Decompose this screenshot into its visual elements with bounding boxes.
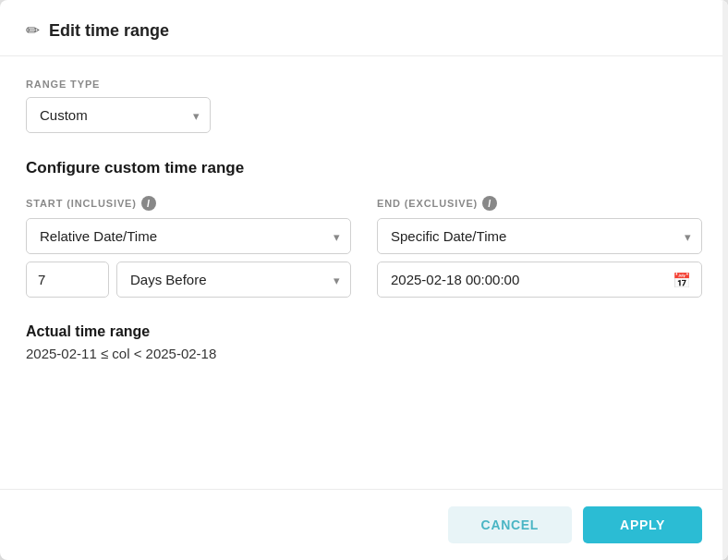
start-sub-row: Days Before Days After Hours Before Hour… (26, 262, 351, 298)
modal-header: ✏ Edit time range (0, 0, 728, 56)
range-type-select[interactable]: Custom Absolute Relative (26, 97, 211, 133)
end-type-select[interactable]: Specific Date/Time Relative Date/Time Cu… (377, 218, 702, 254)
range-type-section: RANGE TYPE Custom Absolute Relative ▾ (26, 79, 702, 133)
scrollbar[interactable] (722, 0, 728, 560)
range-type-select-wrapper: Custom Absolute Relative ▾ (26, 97, 211, 133)
start-type-select-wrapper: Relative Date/Time Specific Date/Time Cu… (26, 218, 351, 254)
start-type-select[interactable]: Relative Date/Time Specific Date/Time Cu… (26, 218, 351, 254)
days-select[interactable]: Days Before Days After Hours Before Hour… (116, 262, 351, 298)
range-type-label: RANGE TYPE (26, 79, 702, 90)
actual-time-section: Actual time range 2025-02-11 ≤ col < 202… (26, 323, 702, 361)
days-select-wrapper: Days Before Days After Hours Before Hour… (116, 262, 351, 298)
time-inputs-row: START (INCLUSIVE) i Relative Date/Time S… (26, 196, 702, 298)
end-label: END (EXCLUSIVE) i (377, 196, 702, 211)
start-label: START (INCLUSIVE) i (26, 196, 351, 211)
modal-footer: CANCEL APPLY (0, 489, 728, 560)
actual-time-title: Actual time range (26, 323, 702, 340)
end-info-icon[interactable]: i (482, 196, 497, 211)
datetime-input[interactable] (377, 262, 702, 298)
configure-section-title: Configure custom time range (26, 159, 702, 177)
end-type-select-wrapper: Specific Date/Time Relative Date/Time Cu… (377, 218, 702, 254)
actual-time-value: 2025-02-11 ≤ col < 2025-02-18 (26, 346, 702, 361)
cancel-button[interactable]: CANCEL (448, 506, 573, 543)
start-number-input[interactable] (26, 262, 109, 298)
edit-time-range-modal: ✏ Edit time range RANGE TYPE Custom Abso… (0, 0, 728, 560)
apply-button[interactable]: APPLY (583, 506, 702, 543)
edit-icon: ✏ (26, 20, 40, 41)
start-info-icon[interactable]: i (141, 196, 156, 211)
modal-body: RANGE TYPE Custom Absolute Relative ▾ Co… (0, 56, 728, 489)
end-column: END (EXCLUSIVE) i Specific Date/Time Rel… (377, 196, 702, 298)
modal-title: Edit time range (49, 21, 169, 41)
start-column: START (INCLUSIVE) i Relative Date/Time S… (26, 196, 351, 298)
configure-section: Configure custom time range START (INCLU… (26, 159, 702, 361)
datetime-input-wrapper: 📅 (377, 262, 702, 298)
